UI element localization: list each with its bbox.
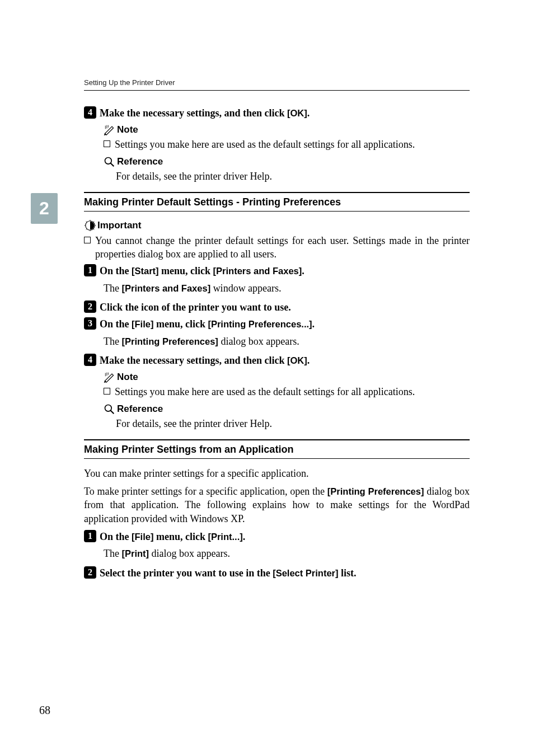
step-text: On the [Start] menu, click [Printers and… xyxy=(100,264,305,278)
file-menu-label: [File] xyxy=(132,319,153,329)
note-icon xyxy=(104,124,115,135)
file-menu-label: [File] xyxy=(132,532,153,542)
printing-prefs-label: [Printing Preferences...] xyxy=(208,319,312,329)
printers-faxes-label: [Printers and Faxes] xyxy=(213,266,302,276)
reference-header: Reference xyxy=(104,403,470,415)
step-text: On the [File] menu, click [Print...]. xyxy=(100,530,245,543)
reference-icon xyxy=(104,156,115,167)
bullet-icon xyxy=(104,388,110,395)
step-text: Select the printer you want to use in th… xyxy=(100,566,357,580)
bullet-icon xyxy=(84,237,91,243)
reference-body: For details, see the printer driver Help… xyxy=(116,170,470,183)
s2-step2: 2 Select the printer you want to use in … xyxy=(84,566,470,580)
intro-para: You can make printer settings for a spec… xyxy=(84,467,470,480)
reference-label: Reference xyxy=(117,403,163,415)
note-bullet: Settings you make here are used as the d… xyxy=(104,138,470,151)
bullet-icon xyxy=(104,140,110,147)
step-number-badge: 1 xyxy=(84,530,96,542)
ok-button-label: [OK] xyxy=(287,108,307,118)
reference-label: Reference xyxy=(117,156,163,167)
step-text: Make the necessary settings, and then cl… xyxy=(100,106,310,120)
svg-line-13 xyxy=(93,222,94,222)
select-printer-label: [Select Printer] xyxy=(273,568,338,578)
print-menu-label: [Print...] xyxy=(208,532,242,542)
step-continuation: The [Print] dialog box appears. xyxy=(104,547,470,560)
note-header: Note xyxy=(104,124,470,135)
step-number-badge: 3 xyxy=(84,317,96,330)
note-label: Note xyxy=(117,372,138,383)
svg-point-17 xyxy=(105,405,112,411)
step-number-badge: 1 xyxy=(84,264,96,276)
svg-line-4 xyxy=(111,163,114,166)
section-heading: Making Printer Default Settings - Printi… xyxy=(84,196,470,208)
step-continuation: The [Printers and Faxes] window appears. xyxy=(104,281,470,295)
section-rule xyxy=(84,458,470,459)
reference-body: For details, see the printer driver Help… xyxy=(116,417,470,430)
svg-line-18 xyxy=(111,410,114,414)
step-text: Make the necessary settings, and then cl… xyxy=(100,354,310,367)
chapter-tab: 2 xyxy=(31,193,58,224)
svg-point-3 xyxy=(105,157,112,164)
important-label: Important xyxy=(97,220,141,231)
section-rule xyxy=(84,192,470,193)
step-4a: 4 Make the necessary settings, and then … xyxy=(84,106,470,120)
step-number-badge: 2 xyxy=(84,300,96,313)
running-header: Setting Up the Printer Driver xyxy=(84,78,470,87)
step-continuation: The [Printing Preferences] dialog box ap… xyxy=(104,335,470,348)
s1-step1: 1 On the [Start] menu, click [Printers a… xyxy=(84,264,470,278)
ok-button-label: [OK] xyxy=(287,355,307,365)
page-number: 68 xyxy=(39,704,50,717)
note-bullet: Settings you make here are used as the d… xyxy=(104,385,470,398)
s2-step1: 1 On the [File] menu, click [Print...]. xyxy=(84,530,470,543)
step-number-badge: 4 xyxy=(84,106,96,119)
s1-step4: 4 Make the necessary settings, and then … xyxy=(84,354,470,367)
note-label: Note xyxy=(117,124,138,135)
step-text: Click the icon of the printer you want t… xyxy=(100,300,291,314)
reference-icon xyxy=(104,403,115,415)
s1-step3: 3 On the [File] menu, click [Printing Pr… xyxy=(84,317,470,331)
important-bullet: You cannot change the printer default se… xyxy=(84,234,470,261)
header-rule xyxy=(84,90,470,91)
intro-para: To make printer settings for a specific … xyxy=(84,485,470,525)
section-heading: Making Printer Settings from an Applicat… xyxy=(84,444,470,456)
start-menu-label: [Start] xyxy=(132,266,159,276)
section-rule xyxy=(84,439,470,440)
step-text: On the [File] menu, click [Printing Pref… xyxy=(100,317,315,331)
important-icon xyxy=(84,219,96,232)
section-rule xyxy=(84,211,470,212)
chapter-number: 2 xyxy=(39,198,49,219)
step-number-badge: 4 xyxy=(84,354,96,366)
important-header: Important xyxy=(84,219,470,232)
svg-line-10 xyxy=(86,222,87,222)
note-icon xyxy=(104,372,115,383)
note-header: Note xyxy=(104,372,470,383)
s1-step2: 2 Click the icon of the printer you want… xyxy=(84,300,470,314)
svg-line-12 xyxy=(86,229,87,229)
reference-header: Reference xyxy=(104,156,470,167)
step-number-badge: 2 xyxy=(84,566,96,579)
svg-line-11 xyxy=(93,229,94,229)
